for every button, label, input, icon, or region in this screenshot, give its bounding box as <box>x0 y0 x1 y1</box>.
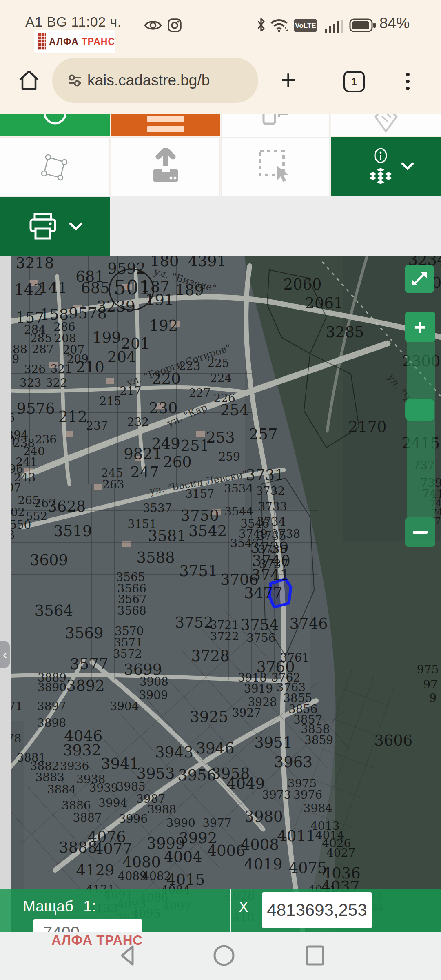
parcel-label: 4011 <box>277 827 315 844</box>
home-button[interactable] <box>17 68 41 93</box>
parcel-label: 263 <box>102 477 124 491</box>
parcel-label: 3963 <box>274 753 312 771</box>
toolbar-select-button[interactable] <box>221 137 330 196</box>
parcel-label: 326 <box>24 363 46 376</box>
new-tab-button[interactable]: + <box>281 64 296 96</box>
parcel-label: 3519 <box>53 522 92 539</box>
battery-icon <box>349 18 377 33</box>
chevron-down-icon <box>403 164 412 169</box>
parcel-label: 3588 <box>136 548 175 566</box>
parcel-label: 3731 <box>246 466 284 483</box>
toolbar-upload-button[interactable] <box>111 137 220 196</box>
tab-count: 1 <box>351 76 357 88</box>
parcel-label: 9 <box>430 691 437 705</box>
battery-percentage: 84% <box>379 15 410 32</box>
parcel-label: 3728 <box>191 647 230 665</box>
map-canvas[interactable]: 3218180439195926815011421416851871891913… <box>0 256 441 932</box>
parcel-label: 321 <box>51 362 72 375</box>
parcel-label: 3609 <box>30 551 68 569</box>
zoom-slider-handle[interactable] <box>405 399 434 421</box>
parcel-label: 141 <box>38 279 67 297</box>
parcel-label: 4019 <box>244 855 282 873</box>
x-coordinate-input[interactable]: 4813693,253 <box>262 892 372 928</box>
parcel-label: 3956 <box>178 766 216 784</box>
toolbar-measure-button[interactable] <box>331 114 441 136</box>
parcel-label: 3568 <box>117 604 146 617</box>
parcel-label: 215 <box>100 394 121 408</box>
parcel-label: 3218 <box>16 256 54 272</box>
eye-icon <box>144 19 162 32</box>
parcel-label: 3569 <box>65 624 103 642</box>
marquee-select-icon <box>256 147 295 186</box>
zoom-slider-track[interactable] <box>407 342 435 517</box>
browser-menu-button[interactable] <box>406 69 410 94</box>
parcel-label: 3537 <box>143 501 172 514</box>
parcel-label: 247 <box>130 463 159 481</box>
toolbar-menu-button[interactable] <box>111 114 220 136</box>
parcel-label: 3932 <box>63 741 101 759</box>
parcel-label: 2170 <box>348 418 386 435</box>
parcel-label: 191 <box>145 291 174 308</box>
full-extent-button[interactable] <box>405 265 434 293</box>
toolbar-polygon-button[interactable] <box>0 137 110 196</box>
parcel-label: 3941 <box>101 755 139 772</box>
parcel-label: 180 <box>150 256 179 270</box>
parcel-label: 2060 <box>283 275 321 293</box>
url-bar[interactable]: kais.cadastre.bg/b <box>52 58 258 103</box>
polygon-icon <box>38 149 73 184</box>
toolbar-home-button[interactable] <box>0 114 110 136</box>
parcel-label: 3988 <box>147 803 176 816</box>
nav-back-button[interactable] <box>117 944 139 967</box>
tab-switcher-button[interactable]: 1 <box>343 71 365 92</box>
parcel-label: 3977 <box>202 816 231 830</box>
parcel-label: 3750 <box>181 506 219 524</box>
url-text[interactable]: kais.cadastre.bg/b <box>87 72 210 89</box>
parcel-label: 3746 <box>290 615 328 632</box>
alfa-trans-logo: АЛФА ТРАНС <box>34 30 115 53</box>
tag-icon <box>370 114 402 136</box>
site-settings-icon[interactable] <box>67 73 82 88</box>
nav-recents-button[interactable] <box>304 944 326 967</box>
android-nav-bar: АЛФА ТРАНС <box>0 932 441 980</box>
instagram-icon <box>167 18 182 33</box>
parcel-label: 685 <box>81 279 110 297</box>
wifi-icon <box>270 17 290 33</box>
parcel-label: 4129 <box>76 862 114 879</box>
parcel-labels-layer: 3218180439195926815011421416851871891913… <box>0 256 441 932</box>
parcel-label: 3542 <box>188 522 227 539</box>
parcel-label: 210 <box>75 359 104 376</box>
parcel-label: 3909 <box>139 688 168 702</box>
bluetooth-icon <box>256 17 266 33</box>
parcel-label: 3722 <box>210 630 239 643</box>
panel-expand-handle[interactable]: ‹ <box>0 641 10 668</box>
parcel-label: 3564 <box>35 602 73 619</box>
nav-home-button[interactable] <box>213 944 235 967</box>
zoom-in-button[interactable]: + <box>405 312 435 342</box>
parcel-label: 4008 <box>241 836 279 853</box>
parcel-label: 3732 <box>256 484 285 498</box>
parcel-label: 3994 <box>98 796 127 809</box>
parcel-label: 3751 <box>179 562 217 579</box>
zoom-out-button[interactable] <box>405 517 435 547</box>
parcel-label: 3946 <box>196 739 234 757</box>
parcel-label: 259 <box>218 450 240 463</box>
parcel-label: 3990 <box>166 816 195 830</box>
toolbar-layers-button[interactable] <box>331 137 441 196</box>
parcel-label: 204 <box>107 348 136 366</box>
parcel-label: 2061 <box>305 294 343 312</box>
parcel-label: 4049 <box>226 775 265 793</box>
parcel-label: 3943 <box>155 743 193 761</box>
parcel-label: 3973 <box>262 788 291 801</box>
parcel-label: 4027 <box>326 846 355 860</box>
parcel-label: 4080 <box>122 853 161 871</box>
parcel-label: 975 <box>417 663 439 676</box>
parcel-label: 3477 <box>244 584 282 602</box>
parcel-label: 3888 <box>59 839 97 856</box>
print-button[interactable] <box>0 197 110 256</box>
toolbar-report-button[interactable] <box>221 114 330 137</box>
parcel-label: 9592 <box>107 260 146 277</box>
parcel-label: 192 <box>149 316 178 334</box>
scale-input[interactable]: 7400 <box>33 919 142 932</box>
parcel-label: 224 <box>210 371 232 385</box>
parcel-label: 3898 <box>37 716 66 730</box>
